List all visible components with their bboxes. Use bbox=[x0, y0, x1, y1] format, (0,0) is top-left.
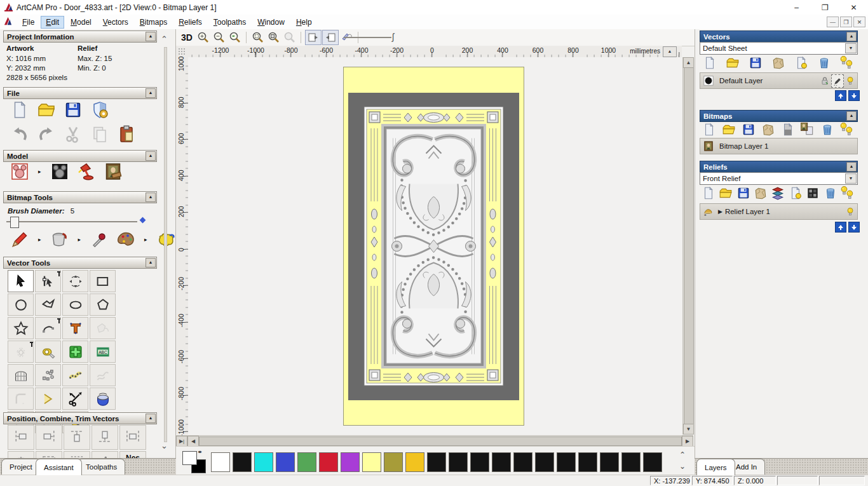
vertical-scrollbar[interactable]: ▲ ▼ bbox=[682, 57, 694, 435]
menu-vectors[interactable]: Vectors bbox=[98, 17, 133, 28]
delete-icon[interactable] bbox=[817, 123, 837, 138]
open-file-icon[interactable] bbox=[722, 56, 742, 71]
menu-reliefs[interactable]: Reliefs bbox=[174, 17, 207, 28]
menu-file[interactable]: File bbox=[18, 17, 39, 28]
menu-bitmaps[interactable]: Bitmaps bbox=[135, 17, 172, 28]
spin-tool-button[interactable] bbox=[90, 388, 116, 410]
import-icon[interactable] bbox=[759, 123, 778, 138]
palette-swatch-1[interactable] bbox=[233, 452, 252, 472]
notes-icon[interactable] bbox=[117, 125, 136, 144]
polyline-tool-button[interactable] bbox=[35, 294, 61, 316]
restore-button[interactable]: ❐ bbox=[811, 0, 839, 15]
view-3d-button[interactable]: 3D bbox=[181, 32, 193, 43]
palette-swatch-9[interactable] bbox=[405, 452, 424, 472]
relief-thumbnail-icon[interactable]: + bbox=[703, 206, 714, 217]
delete-icon[interactable] bbox=[814, 56, 834, 71]
save-model-icon[interactable] bbox=[739, 123, 759, 138]
door-artwork[interactable] bbox=[343, 67, 524, 426]
greyscale-film-icon[interactable] bbox=[804, 186, 822, 201]
measure-tool-button[interactable] bbox=[35, 341, 61, 363]
palette-swatch-18[interactable] bbox=[600, 452, 619, 472]
undo-icon[interactable] bbox=[10, 125, 29, 144]
align-top-tool-button[interactable] bbox=[64, 425, 90, 450]
layer-snap-icon[interactable] bbox=[831, 74, 844, 88]
palette-swatch-4[interactable] bbox=[297, 452, 316, 472]
scroll-up-icon[interactable]: ⌃ bbox=[161, 34, 168, 44]
section-header-file[interactable]: File ▲ bbox=[3, 87, 157, 99]
texture-from-image-icon[interactable] bbox=[104, 162, 123, 181]
paste-on-curve-tool-button[interactable] bbox=[62, 364, 88, 386]
arc-tool-button[interactable] bbox=[35, 317, 61, 339]
new-vector-icon[interactable] bbox=[700, 56, 719, 71]
menu-model[interactable]: Model bbox=[66, 17, 96, 28]
scroll-up-icon[interactable]: ▲ bbox=[683, 57, 694, 68]
flyout-arrow-icon[interactable]: ▸ bbox=[38, 236, 41, 243]
flood-fill-icon[interactable] bbox=[50, 230, 69, 249]
scrollbar-track[interactable] bbox=[164, 47, 167, 442]
select-arrow-tool-button[interactable] bbox=[8, 270, 34, 292]
move-layer-down-icon[interactable] bbox=[848, 90, 860, 101]
toggle-all-icon[interactable] bbox=[837, 56, 857, 71]
relief-layer-row[interactable]: + ▶ Relief Layer 1 bbox=[700, 203, 858, 220]
menu-help[interactable]: Help bbox=[292, 17, 316, 28]
palette-swatch-5[interactable] bbox=[319, 452, 338, 472]
collapse-icon[interactable]: ▲ bbox=[146, 414, 156, 423]
collapse-icon[interactable]: ▲ bbox=[146, 192, 156, 202]
palette-swatch-14[interactable] bbox=[513, 452, 532, 472]
collapse-icon[interactable]: ▲ bbox=[146, 32, 156, 41]
import-icon[interactable] bbox=[768, 56, 788, 71]
align-left-tool-button[interactable] bbox=[8, 425, 34, 450]
center-h-tool-button[interactable] bbox=[119, 425, 146, 450]
mdi-minimize-button[interactable]: ― bbox=[827, 17, 839, 27]
fillet-tool-button[interactable] bbox=[8, 388, 34, 410]
trim-tool-button[interactable] bbox=[62, 388, 88, 410]
expand-icon[interactable]: ▶ bbox=[718, 208, 722, 215]
new-sheet-light-icon[interactable] bbox=[787, 186, 804, 201]
align-right-tool-button[interactable] bbox=[36, 425, 62, 450]
layer-lock-icon[interactable] bbox=[819, 74, 831, 86]
palette-swatch-10[interactable] bbox=[427, 452, 446, 472]
pane-splitter-button[interactable]: ▶| bbox=[176, 436, 187, 447]
save-model-icon[interactable] bbox=[745, 56, 765, 71]
collapse-icon[interactable]: ▲ bbox=[146, 258, 156, 267]
ellipse-tool-button[interactable] bbox=[62, 294, 88, 316]
tab-layers[interactable]: Layers bbox=[696, 459, 735, 475]
mdi-restore-button[interactable]: ❐ bbox=[840, 17, 852, 27]
delete-icon[interactable] bbox=[822, 186, 839, 201]
sheet-select[interactable]: Default Sheet ▼ bbox=[700, 42, 858, 55]
weld-tool-button[interactable] bbox=[90, 317, 116, 339]
zoom-1to1-icon[interactable] bbox=[266, 30, 281, 44]
section-header-model[interactable]: Model ▲ bbox=[3, 150, 157, 162]
palette-swatch-17[interactable] bbox=[578, 452, 597, 472]
bisector-tool-button[interactable] bbox=[35, 388, 61, 410]
cut-icon[interactable] bbox=[64, 125, 83, 144]
envelope-tool-button[interactable] bbox=[8, 364, 34, 386]
circle-tool-button[interactable] bbox=[8, 294, 34, 316]
palette-swatch-16[interactable] bbox=[557, 452, 576, 472]
palette-scroll-down-icon[interactable]: ⌄ bbox=[679, 462, 686, 471]
text-tool-button[interactable] bbox=[62, 317, 88, 339]
units-dropdown-icon[interactable]: ▲▼ bbox=[663, 46, 677, 57]
rectangle-tool-button[interactable] bbox=[90, 270, 116, 292]
section-header-project-information[interactable]: Project Information ▲ bbox=[3, 30, 157, 43]
toggle-vector-visibility-icon[interactable] bbox=[322, 30, 339, 45]
bitmaps-header[interactable]: Bitmaps ▲ bbox=[700, 110, 858, 122]
layer-colour-icon[interactable] bbox=[703, 75, 714, 86]
layer-visibility-icon[interactable] bbox=[844, 74, 856, 86]
vector-layer-row[interactable]: Default Layer bbox=[700, 72, 858, 89]
offset-tool-button[interactable] bbox=[8, 341, 34, 363]
brush-diameter-slider-track[interactable] bbox=[6, 221, 137, 222]
greyscale-from-model-icon[interactable] bbox=[50, 162, 69, 181]
vectors-header[interactable]: Vectors ▲ bbox=[700, 30, 858, 43]
reliefs-header[interactable]: Reliefs ▲ bbox=[700, 161, 858, 173]
toggle-all-icon[interactable] bbox=[839, 186, 857, 201]
palette-swatch-2[interactable] bbox=[254, 452, 273, 472]
new-sheet-light-icon[interactable] bbox=[791, 56, 811, 71]
collapse-icon[interactable]: ▲ bbox=[146, 88, 156, 98]
palette-swatch-19[interactable] bbox=[621, 452, 641, 472]
model-from-bitmap-icon[interactable] bbox=[10, 162, 29, 181]
palette-swatch-12[interactable] bbox=[470, 452, 489, 472]
collapse-icon[interactable]: ▲ bbox=[846, 32, 857, 41]
open-file-icon[interactable] bbox=[37, 100, 56, 119]
bitmap-layer-row[interactable]: Bitmap Layer 1 bbox=[700, 138, 858, 154]
